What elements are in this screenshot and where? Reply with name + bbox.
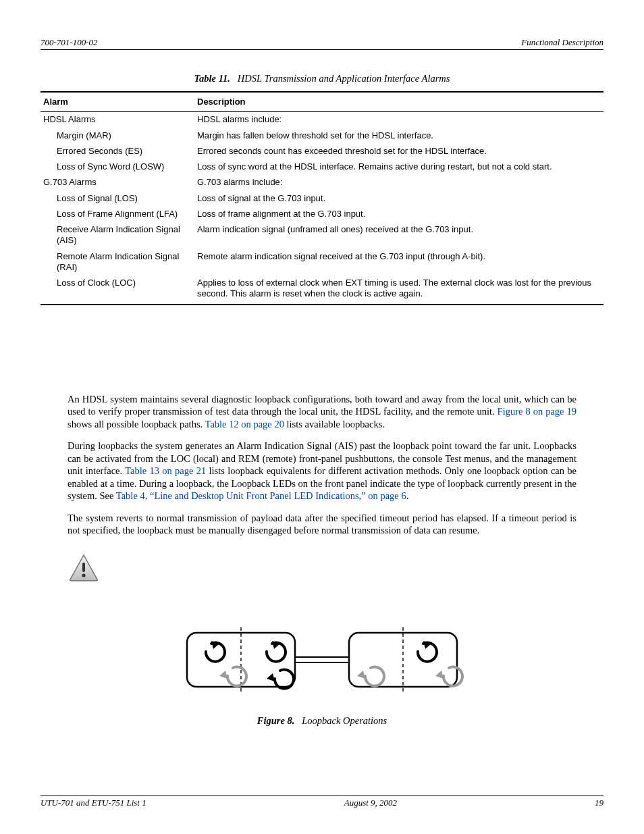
- table-row: Loss of Clock (LOC)Applies to loss of ex…: [41, 276, 603, 305]
- footer-left: UTU-701 and ETU-751 List 1: [41, 798, 146, 808]
- xref-table-12[interactable]: Table 12 on page 20: [205, 419, 284, 429]
- alarm-cell: Loss of Clock (LOC): [41, 276, 194, 305]
- description-cell: G.703 alarms include:: [194, 175, 603, 190]
- figure-caption-label: Figure 8.: [257, 715, 295, 726]
- figure-loopback: [41, 619, 603, 703]
- paragraph-3: The system reverts to normal transmissio…: [68, 512, 576, 537]
- running-footer: UTU-701 and ETU-751 List 1 August 9, 200…: [41, 796, 603, 808]
- svg-marker-11: [267, 673, 275, 681]
- table-row: Loss of Signal (LOS)Loss of signal at th…: [41, 191, 603, 207]
- table-row: HDSL AlarmsHDSL alarms include:: [41, 112, 603, 128]
- running-header: 700-701-100-02 Functional Description: [41, 37, 603, 50]
- svg-rect-0: [82, 563, 85, 572]
- body-text: An HDSL system maintains several diagnos…: [68, 393, 576, 537]
- description-cell: Alarm indication signal (unframed all on…: [194, 222, 603, 249]
- description-cell: Loss of frame alignment at the G.703 inp…: [194, 207, 603, 222]
- description-cell: Margin has fallen below threshold set fo…: [194, 128, 603, 144]
- alarm-cell: G.703 Alarms: [41, 175, 194, 190]
- description-cell: Loss of sync word at the HDSL interface.…: [194, 159, 603, 175]
- header-doc-number: 700-701-100-02: [41, 37, 98, 48]
- table-caption-title: HDSL Transmission and Application Interf…: [238, 73, 450, 84]
- xref-table-4[interactable]: Table 4, “Line and Desktop Unit Front Pa…: [116, 490, 406, 501]
- alarm-cell: Loss of Sync Word (LOSW): [41, 159, 194, 175]
- alarm-cell: Errored Seconds (ES): [41, 144, 194, 159]
- paragraph-2: During loopbacks the system generates an…: [68, 440, 576, 502]
- footer-page-number: 19: [595, 798, 603, 808]
- table-row: Remote Alarm Indication Signal (RAI)Remo…: [41, 249, 603, 276]
- description-cell: HDSL alarms include:: [194, 112, 603, 128]
- alarm-cell: Receive Alarm Indication Signal (AIS): [41, 222, 194, 249]
- alarm-cell: Margin (MAR): [41, 128, 194, 144]
- table-header-description: Description: [194, 92, 603, 112]
- description-cell: Remote alarm indication signal received …: [194, 249, 603, 276]
- description-cell: Errored seconds count has exceeded thres…: [194, 144, 603, 159]
- xref-figure-8[interactable]: Figure 8 on page 19: [498, 406, 576, 417]
- table-header-alarm: Alarm: [41, 92, 194, 112]
- caution-icon: [68, 553, 603, 585]
- alarm-table: Alarm Description HDSL AlarmsHDSL alarms…: [41, 91, 603, 305]
- alarm-cell: Loss of Frame Alignment (LFA): [41, 207, 194, 222]
- alarm-cell: Remote Alarm Indication Signal (RAI): [41, 249, 194, 276]
- svg-point-1: [82, 573, 85, 577]
- table-row: Receive Alarm Indication Signal (AIS)Ala…: [41, 222, 603, 249]
- table-caption: Table 11. HDSL Transmission and Applicat…: [41, 73, 603, 84]
- table-row: Loss of Sync Word (LOSW)Loss of sync wor…: [41, 159, 603, 175]
- table-row: Margin (MAR)Margin has fallen below thre…: [41, 128, 603, 144]
- svg-marker-12: [357, 671, 365, 679]
- figure-caption-title: Loopback Operations: [302, 715, 387, 726]
- svg-marker-14: [435, 671, 444, 679]
- description-cell: Loss of signal at the G.703 input.: [194, 191, 603, 207]
- table-row: G.703 AlarmsG.703 alarms include:: [41, 175, 603, 190]
- footer-center: August 9, 2002: [344, 798, 397, 808]
- table-row: Errored Seconds (ES)Errored seconds coun…: [41, 144, 603, 159]
- paragraph-1: An HDSL system maintains several diagnos…: [68, 393, 576, 431]
- alarm-cell: HDSL Alarms: [41, 112, 194, 128]
- alarm-cell: Loss of Signal (LOS): [41, 191, 194, 207]
- description-cell: Applies to loss of external clock when E…: [194, 276, 603, 305]
- header-section-title: Functional Description: [521, 37, 603, 48]
- table-caption-label: Table 11.: [194, 73, 230, 84]
- figure-caption: Figure 8. Loopback Operations: [41, 715, 603, 727]
- svg-marker-9: [219, 671, 227, 679]
- xref-table-13[interactable]: Table 13 on page 21: [125, 465, 206, 476]
- table-row: Loss of Frame Alignment (LFA)Loss of fra…: [41, 207, 603, 222]
